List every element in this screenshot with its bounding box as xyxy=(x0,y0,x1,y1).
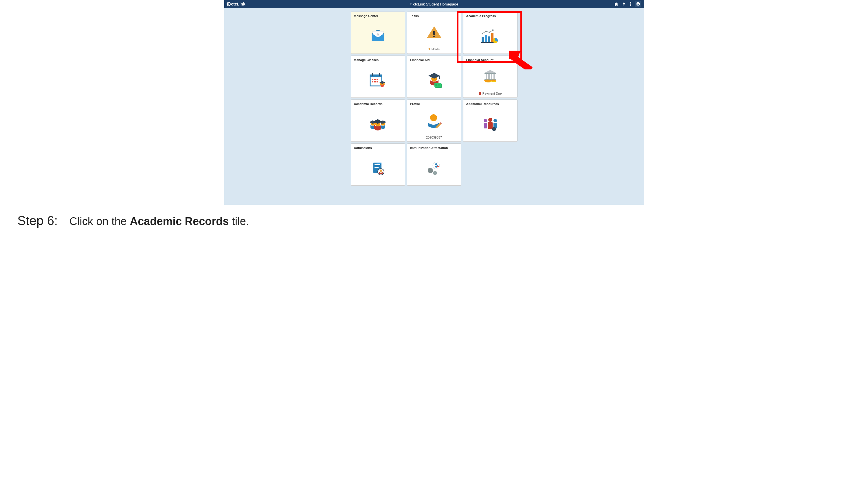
header-left: ctcLink xyxy=(224,2,245,6)
tasks-icon xyxy=(407,19,461,45)
caret-down-icon: ▼ xyxy=(409,3,412,5)
tile-immunization[interactable]: Immunization Attestation xyxy=(407,143,461,186)
svg-rect-22 xyxy=(374,79,376,80)
tile-title: Profile xyxy=(407,100,461,107)
svg-point-12 xyxy=(482,33,483,34)
svg-rect-25 xyxy=(374,81,376,83)
svg-rect-49 xyxy=(381,122,382,124)
tile-message-center[interactable]: Message Center @ xyxy=(351,11,405,54)
tile-title: Admissions xyxy=(351,144,405,151)
tile-additional-resources[interactable]: Additional Resources xyxy=(463,99,518,142)
tile-tasks[interactable]: Tasks 1 Holds xyxy=(407,11,461,54)
svg-rect-9 xyxy=(488,36,490,42)
svg-rect-40 xyxy=(494,74,495,79)
alert-badge: ! xyxy=(479,92,481,95)
profile-id: 202039037 xyxy=(426,136,442,139)
svg-point-15 xyxy=(492,29,494,31)
svg-point-45 xyxy=(491,79,496,81)
financial-aid-icon xyxy=(407,63,461,97)
svg-point-1 xyxy=(630,3,631,5)
svg-rect-33 xyxy=(438,84,440,85)
svg-rect-34 xyxy=(438,85,440,86)
instruction-bar: Step 6: Click on the Academic Records ti… xyxy=(0,205,868,239)
svg-point-6 xyxy=(433,36,435,37)
header-bar: ctcLink ▼ ctcLink Student Homepage xyxy=(224,0,644,8)
svg-rect-5 xyxy=(433,31,435,35)
svg-rect-21 xyxy=(372,79,373,80)
tile-title: Manage Classes xyxy=(351,56,405,63)
svg-point-0 xyxy=(630,2,631,3)
svg-point-14 xyxy=(489,32,490,33)
svg-text:@: @ xyxy=(376,33,379,36)
svg-rect-8 xyxy=(485,35,487,42)
svg-point-51 xyxy=(484,119,487,122)
svg-point-32 xyxy=(435,84,437,86)
payment-due-label: Payment Due xyxy=(483,92,502,95)
svg-rect-38 xyxy=(488,74,490,79)
additional-resources-icon xyxy=(463,107,517,141)
message-center-icon: @ xyxy=(351,19,405,54)
tile-title: Additional Resources xyxy=(463,100,517,107)
tile-grid: Message Center @ Tasks xyxy=(224,11,644,186)
admissions-icon xyxy=(351,151,405,186)
tile-academic-records[interactable]: Academic Records xyxy=(351,99,405,142)
svg-rect-35 xyxy=(438,86,440,87)
svg-rect-11 xyxy=(481,42,494,43)
holds-count: 1 xyxy=(428,47,430,51)
svg-rect-24 xyxy=(372,81,373,83)
content-area: Message Center @ Tasks xyxy=(224,8,644,205)
academic-records-icon xyxy=(351,107,405,141)
svg-rect-29 xyxy=(439,76,440,79)
holds-label: Holds xyxy=(432,47,440,51)
svg-point-55 xyxy=(494,119,497,122)
tile-financial-aid[interactable]: Financial Aid xyxy=(407,56,461,98)
tile-footer: 1 Holds xyxy=(407,45,461,54)
svg-rect-20 xyxy=(379,73,380,76)
svg-point-2 xyxy=(630,5,631,6)
tile-profile[interactable]: Profile 202039037 xyxy=(407,99,461,142)
svg-rect-60 xyxy=(374,164,380,165)
step-suffix: tile. xyxy=(229,215,249,227)
tile-manage-classes[interactable]: Manage Classes xyxy=(351,56,405,98)
brand-logo: ctcLink xyxy=(227,2,245,6)
svg-rect-52 xyxy=(484,123,487,128)
step-label: Step 6: xyxy=(18,214,58,228)
tile-title: Immunization Attestation xyxy=(407,144,461,151)
tile-title: Financial Account xyxy=(463,56,517,63)
svg-rect-54 xyxy=(488,122,493,129)
tile-title: Message Center xyxy=(351,12,405,19)
compass-icon[interactable] xyxy=(635,1,641,7)
svg-rect-7 xyxy=(482,37,484,42)
tile-title: Academic Records xyxy=(351,100,405,107)
svg-point-43 xyxy=(484,79,491,82)
tile-title: Tasks xyxy=(407,12,461,19)
profile-icon xyxy=(407,107,461,134)
tile-title: Academic Progress xyxy=(463,12,517,19)
svg-rect-26 xyxy=(376,81,378,83)
header-actions xyxy=(614,1,644,7)
svg-rect-36 xyxy=(485,73,496,74)
svg-rect-62 xyxy=(374,167,379,168)
menu-dots-icon[interactable] xyxy=(630,2,631,6)
svg-point-64 xyxy=(380,169,382,172)
svg-point-53 xyxy=(488,118,492,122)
tile-academic-progress[interactable]: Academic Progress xyxy=(463,11,518,54)
tile-title: Financial Aid xyxy=(407,56,461,63)
svg-rect-23 xyxy=(376,79,378,80)
svg-point-50 xyxy=(430,114,437,121)
svg-point-13 xyxy=(485,30,487,32)
manage-classes-icon xyxy=(351,63,405,97)
svg-rect-37 xyxy=(486,74,487,79)
homepage-dropdown[interactable]: ▼ ctcLink Student Homepage xyxy=(409,2,458,6)
home-icon[interactable] xyxy=(614,2,619,6)
svg-rect-39 xyxy=(491,74,492,79)
step-prefix: Click on the xyxy=(69,215,130,227)
svg-rect-61 xyxy=(374,166,380,166)
immunization-icon xyxy=(407,151,461,186)
flag-icon[interactable] xyxy=(622,2,627,6)
tile-financial-account[interactable]: Financial Account xyxy=(463,56,518,98)
tile-admissions[interactable]: Admissions xyxy=(351,143,405,186)
step-bold: Academic Records xyxy=(130,215,229,227)
page-title: ctcLink Student Homepage xyxy=(413,2,458,6)
logo-icon xyxy=(227,2,231,6)
